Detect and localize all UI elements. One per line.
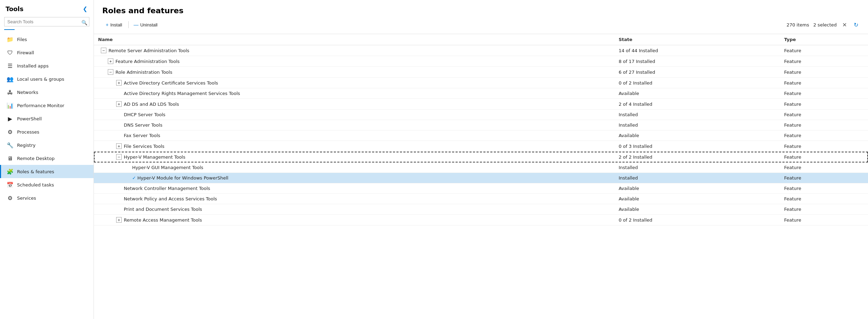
row-name-text: Remote Access Management Tools (124, 217, 202, 223)
checkmark-icon: ✓ (132, 175, 136, 181)
sidebar-item-label-scheduled-tasks: Scheduled tasks (17, 182, 54, 188)
firewall-icon: 🛡 (7, 49, 14, 56)
expand-button[interactable]: + (116, 80, 122, 86)
cell-state: Available (614, 183, 780, 194)
install-button[interactable]: + Install (102, 20, 127, 30)
cell-type: Feature (780, 204, 868, 215)
table-row[interactable]: +Active Directory Certificate Services T… (94, 78, 868, 88)
table-row[interactable]: −Remote Server Administration Tools14 of… (94, 45, 868, 56)
row-name-text: Active Directory Certificate Services To… (124, 80, 218, 86)
cell-type: Feature (780, 67, 868, 78)
cell-name: Fax Server Tools (94, 130, 614, 141)
table-row[interactable]: DHCP Server ToolsInstalledFeature (94, 110, 868, 120)
sidebar-item-local-users[interactable]: 👥Local users & groups (0, 72, 94, 86)
table-row[interactable]: +File Services Tools0 of 3 InstalledFeat… (94, 141, 868, 152)
refresh-button[interactable]: ↻ (852, 21, 860, 29)
sidebar-item-label-registry: Registry (17, 143, 35, 148)
sidebar-item-services[interactable]: ⚙Services (0, 191, 94, 205)
uninstall-label: Uninstall (140, 22, 158, 27)
sidebar-item-scheduled-tasks[interactable]: 📅Scheduled tasks (0, 178, 94, 191)
table-row[interactable]: +Remote Access Management Tools0 of 2 In… (94, 215, 868, 225)
cell-state: Available (614, 194, 780, 204)
cell-state: 2 of 2 Installed (614, 152, 780, 162)
cell-state: 0 of 2 Installed (614, 215, 780, 225)
sidebar-item-processes[interactable]: ⚙Processes (0, 125, 94, 138)
sidebar-item-label-roles-features: Roles & features (17, 169, 54, 174)
cell-name: DHCP Server Tools (94, 110, 614, 120)
table-body: −Remote Server Administration Tools14 of… (94, 45, 868, 225)
cell-state: Available (614, 88, 780, 99)
cell-type: Feature (780, 141, 868, 152)
performance-icon: 📊 (7, 102, 14, 109)
row-name-text: Remote Server Administration Tools (108, 48, 189, 53)
sidebar-collapse-button[interactable]: ❮ (81, 5, 89, 13)
sidebar: Tools ❮ 🔍 📁Files🛡Firewall☰Installed apps… (0, 0, 94, 319)
clear-selection-button[interactable]: ✕ (841, 21, 848, 29)
cell-type: Feature (780, 183, 868, 194)
table-row[interactable]: −Hyper-V Management Tools2 of 2 Installe… (94, 152, 868, 162)
sidebar-item-label-files: Files (17, 37, 27, 42)
sidebar-item-remote-desktop[interactable]: 🖥Remote Desktop (0, 152, 94, 165)
expand-button[interactable]: + (116, 101, 122, 107)
row-name-text: AD DS and AD LDS Tools (124, 102, 179, 107)
table-row[interactable]: Print and Document Services ToolsAvailab… (94, 204, 868, 215)
table-row[interactable]: Hyper-V GUI Management ToolsInstalledFea… (94, 162, 868, 173)
sidebar-item-label-performance: Performance Monitor (17, 103, 64, 108)
sidebar-item-performance[interactable]: 📊Performance Monitor (0, 99, 94, 112)
install-icon: + (106, 22, 108, 27)
expand-button[interactable]: + (108, 58, 113, 64)
items-count: 270 items (787, 22, 809, 27)
cell-name: +Active Directory Certificate Services T… (94, 78, 614, 88)
collapse-button[interactable]: − (108, 69, 113, 75)
table-row[interactable]: ✓ Hyper-V Module for Windows PowerShellI… (94, 173, 868, 183)
collapse-button[interactable]: − (101, 48, 106, 53)
sidebar-item-label-remote-desktop: Remote Desktop (17, 156, 55, 161)
local-users-icon: 👥 (7, 75, 14, 82)
sidebar-item-firewall[interactable]: 🛡Firewall (0, 46, 94, 59)
search-container: 🔍 (0, 16, 94, 29)
sidebar-item-files[interactable]: 📁Files (0, 33, 94, 46)
cell-name: Print and Document Services Tools (94, 204, 614, 215)
table-row[interactable]: Fax Server ToolsAvailableFeature (94, 130, 868, 141)
sidebar-item-roles-features[interactable]: 🧩Roles & features (0, 165, 94, 178)
row-name-text: Network Controller Management Tools (124, 186, 210, 191)
expand-button[interactable]: + (116, 217, 122, 223)
sidebar-item-label-firewall: Firewall (17, 50, 34, 55)
selected-count: 2 selected (813, 22, 837, 27)
col-state: State (614, 34, 780, 45)
cell-state: Installed (614, 120, 780, 130)
sidebar-item-registry[interactable]: 🔧Registry (0, 138, 94, 152)
services-icon: ⚙ (7, 194, 14, 201)
table-row[interactable]: Network Policy and Access Services Tools… (94, 194, 868, 204)
table-row[interactable]: +Feature Administration Tools8 of 17 Ins… (94, 56, 868, 67)
expand-button[interactable]: + (116, 143, 122, 149)
uninstall-button[interactable]: — Uninstall (130, 20, 162, 30)
row-name-text: Hyper-V GUI Management Tools (132, 165, 203, 170)
table-row[interactable]: Active Directory Rights Management Servi… (94, 88, 868, 99)
row-name-text: Feature Administration Tools (115, 59, 180, 64)
col-name: Name (94, 34, 614, 45)
sidebar-item-label-networks: Networks (17, 90, 38, 95)
table-row[interactable]: Network Controller Management ToolsAvail… (94, 183, 868, 194)
sidebar-item-powershell[interactable]: ▶PowerShell (0, 112, 94, 125)
table-row[interactable]: DNS Server ToolsInstalledFeature (94, 120, 868, 130)
cell-name: −Role Administration Tools (94, 67, 614, 78)
table-row[interactable]: −Role Administration Tools6 of 27 Instal… (94, 67, 868, 78)
table-row[interactable]: +AD DS and AD LDS Tools2 of 4 InstalledF… (94, 99, 868, 110)
cell-name: DNS Server Tools (94, 120, 614, 130)
sidebar-item-installed-apps[interactable]: ☰Installed apps (0, 59, 94, 72)
cell-type: Feature (780, 215, 868, 225)
row-name-text: Hyper-V Module for Windows PowerShell (137, 175, 228, 181)
sidebar-title: Tools (6, 5, 24, 13)
sidebar-header: Tools ❮ (0, 0, 94, 16)
cell-state: 0 of 3 Installed (614, 141, 780, 152)
row-name-text: File Services Tools (124, 144, 164, 149)
search-button[interactable]: 🔍 (81, 20, 87, 25)
sidebar-item-networks[interactable]: 🖧Networks (0, 86, 94, 99)
processes-icon: ⚙ (7, 128, 14, 135)
roles-features-icon: 🧩 (7, 168, 14, 175)
search-input[interactable] (4, 17, 89, 26)
collapse-button[interactable]: − (116, 154, 122, 160)
cell-state: Available (614, 130, 780, 141)
networks-icon: 🖧 (7, 89, 14, 96)
